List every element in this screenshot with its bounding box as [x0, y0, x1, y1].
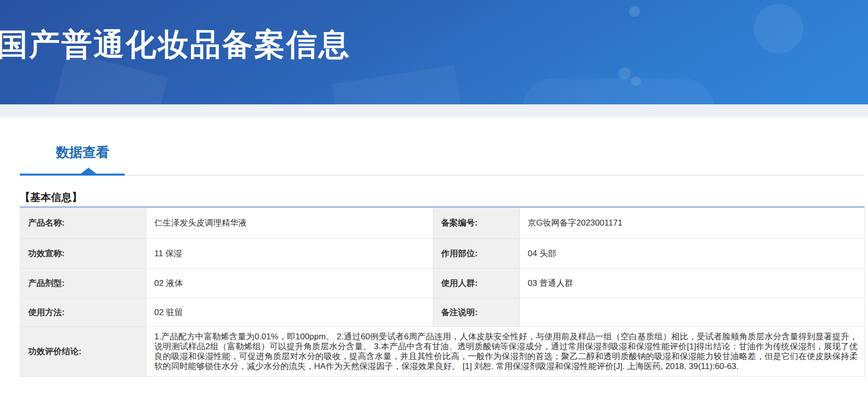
field-value-usage-method: 02 驻留 [146, 298, 433, 326]
table-row: 产品剂型: 02 液体 使用人群: 03 普通人群 [20, 268, 865, 298]
field-label-efficacy-conclusion: 功效评价结论: [20, 326, 146, 376]
header-sub-band [0, 104, 868, 117]
field-label-application-site: 作用部位: [433, 238, 520, 268]
header-decoration-circle [754, 4, 803, 53]
header-decoration-dot [629, 6, 640, 17]
table-row: 使用方法: 02 驻留 备注说明: [20, 298, 865, 326]
tab-active-pointer-icon [80, 168, 97, 174]
basic-info-table: 产品名称: 仁生泽发头皮调理精华液 备案编号: 京G妆网备字2023001171… [20, 208, 865, 377]
efficacy-conclusion-text: 1.产品配方中富勒烯含量为0.01%，即100ppm。 2.通过60例受试者6周… [154, 332, 858, 371]
field-label-product-name: 产品名称: [20, 208, 146, 238]
tab-bar-baseline [20, 175, 865, 176]
field-value-remarks [520, 298, 865, 326]
header-decoration-polygon [332, 65, 464, 104]
field-value-target-users: 03 普通人群 [520, 268, 865, 298]
page-header-banner: 国产普通化妆品备案信息 [0, 0, 868, 104]
field-value-product-name: 仁生泽发头皮调理精华液 [146, 208, 433, 238]
field-label-target-users: 使用人群: [433, 268, 520, 298]
table-row: 功效宣称: 11 保湿 作用部位: 04 头部 [20, 238, 865, 268]
table-row-conclusion: 功效评价结论: 1.产品配方中富勒烯含量为0.01%，即100ppm。 2.通过… [20, 326, 865, 376]
field-value-efficacy-conclusion: 1.产品配方中富勒烯含量为0.01%，即100ppm。 2.通过60例受试者6周… [146, 326, 865, 376]
field-label-dosage-form: 产品剂型: [20, 268, 146, 298]
field-label-filing-number: 备案编号: [433, 208, 520, 238]
tab-data-view[interactable]: 数据查看 [56, 145, 109, 160]
field-label-remarks: 备注说明: [433, 298, 520, 326]
page-title: 国产普通化妆品备案信息 [0, 24, 351, 65]
header-decoration-dot [631, 76, 641, 86]
header-decoration-blob [522, 78, 715, 104]
field-value-filing-number: 京G妆网备字2023001171 [520, 208, 865, 238]
table-row: 产品名称: 仁生泽发头皮调理精华液 备案编号: 京G妆网备字2023001171 [20, 208, 865, 238]
field-label-efficacy-claim: 功效宣称: [20, 238, 146, 268]
tab-active-indicator [20, 174, 125, 176]
main-content: 数据查看 【基本信息】 产品名称: 仁生泽发头皮调理精华液 备案编号: 京G妆网… [20, 145, 865, 377]
section-title-basic-info: 【基本信息】 [20, 191, 865, 203]
header-decoration-dot [619, 67, 631, 79]
field-value-efficacy-claim: 11 保湿 [146, 238, 433, 268]
field-value-dosage-form: 02 液体 [146, 268, 433, 298]
field-value-application-site: 04 头部 [520, 238, 865, 268]
field-label-usage-method: 使用方法: [20, 298, 146, 326]
tab-bar: 数据查看 [20, 145, 865, 176]
tab-underline [20, 174, 865, 176]
